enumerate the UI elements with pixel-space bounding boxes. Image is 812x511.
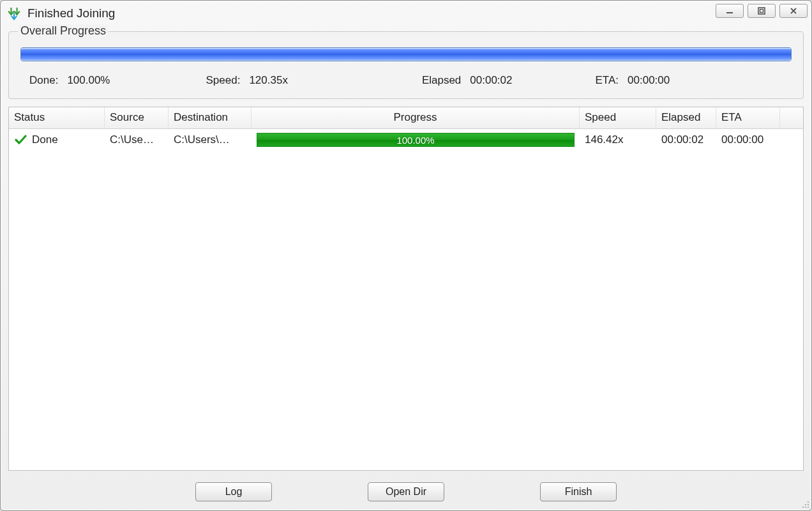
elapsed-value: 00:00:02 — [470, 74, 512, 87]
window-controls — [716, 4, 808, 18]
window-title: Finished Joining — [27, 6, 115, 20]
minimize-button[interactable] — [716, 4, 744, 18]
app-icon — [7, 6, 21, 20]
speed-label: Speed: — [206, 74, 241, 87]
table-row[interactable]: Done C:\Use… C:\Users\… 100.00% 146.42x … — [9, 129, 803, 151]
maximize-button[interactable] — [748, 4, 776, 18]
col-header-progress[interactable]: Progress — [252, 107, 580, 128]
col-header-elapsed[interactable]: Elapsed — [656, 107, 716, 128]
eta-value: 00:00:00 — [628, 74, 670, 87]
row-eta: 00:00:00 — [716, 131, 780, 149]
row-destination: C:\Users\… — [169, 131, 252, 149]
overall-progress-bar — [20, 47, 792, 61]
svg-point-8 — [808, 507, 809, 508]
app-window: Finished Joining Overall Progress Done: … — [0, 0, 812, 511]
svg-point-4 — [805, 504, 806, 505]
svg-rect-1 — [758, 8, 765, 14]
done-value: 100.00% — [67, 74, 110, 87]
col-header-destination[interactable]: Destination — [169, 107, 252, 128]
files-list-body[interactable]: Done C:\Use… C:\Users\… 100.00% 146.42x … — [9, 129, 803, 470]
eta-label: ETA: — [596, 74, 619, 87]
col-header-source[interactable]: Source — [105, 107, 169, 128]
svg-rect-0 — [726, 12, 733, 13]
col-header-eta[interactable]: ETA — [716, 107, 780, 128]
row-speed: 146.42x — [580, 131, 656, 149]
row-status: Done — [32, 133, 58, 146]
overall-progress-fill — [21, 48, 791, 61]
svg-point-6 — [802, 507, 804, 508]
speed-value: 120.35x — [249, 74, 288, 87]
col-header-speed[interactable]: Speed — [580, 107, 656, 128]
elapsed-label: Elapsed — [422, 74, 461, 87]
overall-stats: Done: 100.00% Speed: 120.35x Elapsed 00:… — [20, 74, 792, 87]
files-list: Status Source Destination Progress Speed… — [8, 107, 804, 471]
svg-point-7 — [805, 507, 806, 508]
resize-grip-icon[interactable] — [801, 500, 809, 508]
row-source: C:\Use… — [105, 131, 169, 149]
close-button[interactable] — [779, 4, 808, 18]
svg-rect-2 — [760, 10, 763, 13]
open-dir-button[interactable]: Open Dir — [368, 482, 444, 501]
button-row: Log Open Dir Finish — [8, 478, 804, 504]
files-list-header: Status Source Destination Progress Speed… — [9, 107, 803, 129]
log-button[interactable]: Log — [195, 482, 272, 501]
svg-point-3 — [808, 501, 809, 503]
titlebar[interactable]: Finished Joining — [1, 1, 811, 26]
col-header-tail — [780, 107, 803, 128]
row-progress-bar: 100.00% — [257, 133, 575, 147]
svg-point-5 — [808, 504, 809, 505]
row-progress-text: 100.00% — [396, 135, 434, 146]
row-elapsed: 00:00:02 — [656, 131, 716, 149]
finish-button[interactable]: Finish — [540, 482, 617, 501]
overall-progress-legend: Overall Progress — [18, 24, 109, 38]
overall-progress-group: Overall Progress Done: 100.00% Speed: 12… — [8, 31, 804, 99]
content-area: Overall Progress Done: 100.00% Speed: 12… — [1, 26, 811, 510]
done-label: Done: — [29, 74, 58, 87]
check-icon — [14, 133, 27, 146]
col-header-status[interactable]: Status — [9, 107, 105, 128]
